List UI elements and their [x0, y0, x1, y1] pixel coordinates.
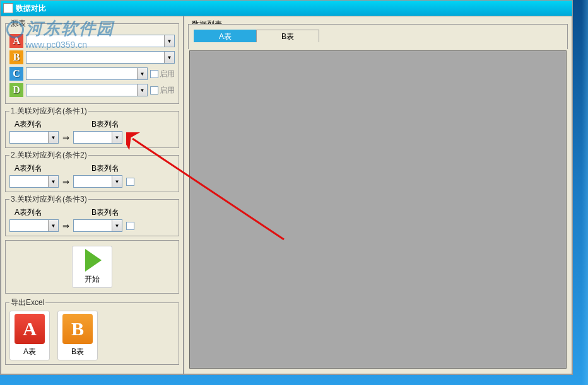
link2-a-select[interactable]: ▼ [9, 175, 59, 188]
link3-enable-checkbox[interactable] [126, 222, 134, 230]
dropdown-icon[interactable]: ▼ [164, 52, 174, 63]
enable-d-label: 启用 [160, 85, 175, 96]
table-b-select[interactable]: ▼ [26, 51, 175, 64]
app-icon [3, 3, 13, 13]
dropdown-icon[interactable]: ▼ [112, 132, 122, 143]
export-b-label: B表 [61, 347, 95, 357]
letter-b-icon: B [9, 50, 23, 64]
title-bar: 数据对比 [1, 1, 572, 16]
dropdown-icon[interactable]: ▼ [112, 176, 122, 187]
link2-enable-checkbox[interactable] [126, 178, 134, 186]
table-c-select[interactable]: ▼ [26, 67, 148, 80]
enable-c-label: 启用 [160, 69, 175, 79]
start-button[interactable]: 开始 [72, 246, 112, 288]
link3-col-b-label: B表列名 [91, 207, 119, 218]
enable-d-checkbox[interactable] [150, 86, 158, 95]
dropdown-icon[interactable]: ▼ [48, 176, 58, 187]
data-list-group: A表 B表 [188, 24, 568, 49]
link1-a-select[interactable]: ▼ [9, 131, 59, 144]
dropdown-icon[interactable]: ▼ [137, 68, 147, 79]
link1-legend: 1.关联对应列名(条件1) [9, 106, 88, 117]
table-d-select[interactable]: ▼ [26, 84, 148, 96]
export-legend: 导出Excel [9, 297, 45, 308]
link-condition-1: 1.关联对应列名(条件1) A表列名 B表列名 ▼ ⇒ ▼ [5, 106, 179, 148]
link3-a-select[interactable]: ▼ [9, 219, 59, 232]
link2-col-a-label: A表列名 [15, 163, 42, 174]
right-panel: 数据列表 A表 B表 [184, 16, 572, 374]
export-a-label: A表 [13, 347, 47, 357]
export-a-button[interactable]: A A表 [9, 311, 50, 360]
big-a-icon: A [15, 314, 45, 344]
link2-legend: 2.关联对应列名(条件2) [9, 150, 88, 161]
play-icon [85, 249, 102, 272]
letter-c-icon: C [9, 67, 23, 81]
link1-col-b-label: B表列名 [91, 119, 119, 130]
letter-d-icon: D [9, 83, 23, 97]
export-b-button[interactable]: B B表 [57, 311, 98, 360]
dropdown-icon[interactable]: ▼ [164, 35, 174, 47]
source-table-legend: 源表 [9, 18, 27, 29]
start-label: 开始 [75, 274, 109, 285]
export-excel-group: 导出Excel A A表 B B表 [5, 297, 179, 365]
dropdown-icon[interactable]: ▼ [137, 84, 147, 96]
link1-b-select[interactable]: ▼ [73, 131, 122, 144]
dropdown-icon[interactable]: ▼ [48, 132, 58, 143]
link1-col-a-label: A表列名 [15, 119, 42, 130]
source-table-group: 源表 A ▼ B ▼ C ▼ 启用 D [5, 18, 179, 104]
dropdown-icon[interactable]: ▼ [112, 220, 122, 231]
arrow-icon: ⇒ [62, 133, 69, 142]
left-panel: 源表 A ▼ B ▼ C ▼ 启用 D [1, 16, 184, 374]
big-b-icon: B [62, 314, 93, 344]
app-window: 数据对比 源表 A ▼ B ▼ C ▼ 启 [0, 0, 573, 375]
link3-col-a-label: A表列名 [15, 207, 42, 218]
start-box: 开始 [5, 240, 179, 294]
link-condition-3: 3.关联对应列名(条件3) A表列名 B表列名 ▼ ⇒ ▼ [5, 194, 179, 236]
link2-col-b-label: B表列名 [91, 163, 119, 174]
data-grid[interactable] [189, 50, 567, 369]
enable-c-checkbox[interactable] [150, 70, 158, 78]
letter-a-icon: A [9, 34, 23, 48]
window-title: 数据对比 [16, 3, 46, 14]
table-a-select[interactable]: ▼ [26, 35, 175, 47]
tab-b[interactable]: B表 [256, 30, 319, 42]
dropdown-icon[interactable]: ▼ [48, 220, 58, 231]
arrow-icon: ⇒ [62, 221, 69, 231]
link2-b-select[interactable]: ▼ [73, 175, 122, 188]
link3-b-select[interactable]: ▼ [73, 219, 122, 232]
tab-a[interactable]: A表 [194, 30, 257, 42]
link3-legend: 3.关联对应列名(条件3) [9, 194, 88, 205]
arrow-icon: ⇒ [62, 177, 69, 187]
link-condition-2: 2.关联对应列名(条件2) A表列名 B表列名 ▼ ⇒ ▼ [5, 150, 179, 192]
desktop-edge [582, 0, 588, 385]
